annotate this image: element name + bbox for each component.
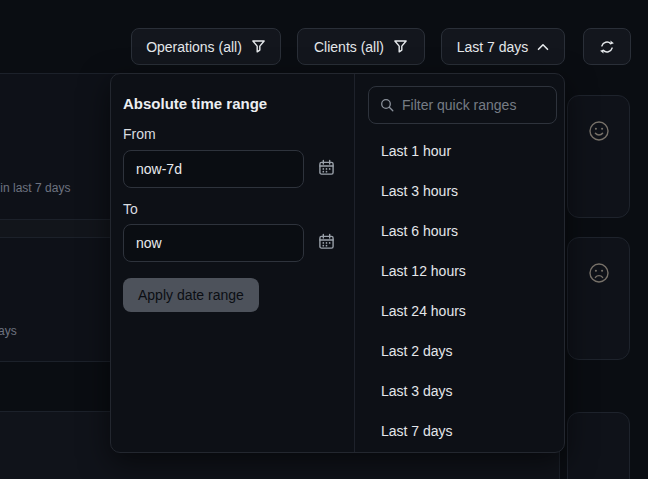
to-label: To [123,201,138,217]
funnel-icon [251,39,266,54]
from-label: From [123,126,156,142]
background-stat-text: ations in last 7 days [0,181,70,195]
apply-date-range-button[interactable]: Apply date range [123,278,259,312]
background-card [567,412,630,479]
from-calendar-button[interactable] [316,159,336,179]
smiley-face-icon [588,120,610,142]
clients-filter-label: Clients (all) [314,39,384,55]
refresh-button[interactable] [583,28,631,65]
quick-range-list: Last 1 hour Last 3 hours Last 6 hours La… [355,131,565,451]
quick-range-filter-input[interactable] [402,97,545,113]
time-range-picker-button[interactable]: Last 7 days [441,28,565,65]
frown-face-icon [588,262,610,284]
quick-range-search[interactable] [368,86,557,124]
funnel-icon [393,39,408,54]
time-range-label: Last 7 days [457,39,529,55]
quick-range-option[interactable]: Last 24 hours [355,291,565,331]
refresh-icon [599,39,615,55]
search-icon [380,98,394,112]
quick-range-option[interactable]: Last 12 hours [355,251,565,291]
quick-range-option[interactable]: Last 2 days [355,331,565,371]
operations-filter-button[interactable]: Operations (all) [131,28,281,65]
operations-filter-label: Operations (all) [146,39,242,55]
calendar-icon [318,159,335,176]
to-input[interactable] [123,224,304,262]
background-stat-text: ays [0,324,17,338]
from-input[interactable] [123,150,304,188]
chevron-up-icon [537,43,549,51]
quick-range-option[interactable]: Last 1 hour [355,131,565,171]
calendar-icon [318,233,335,250]
clients-filter-button[interactable]: Clients (all) [297,28,425,65]
absolute-time-range-title: Absolute time range [123,95,267,112]
background-happy-card [567,95,630,218]
to-calendar-button[interactable] [316,233,336,253]
background-sad-card [567,237,630,360]
quick-range-option[interactable]: Last 6 hours [355,211,565,251]
time-range-picker-panel: Absolute time range From To Apply date r… [110,73,565,453]
quick-range-option[interactable]: Last 3 days [355,371,565,411]
quick-range-option[interactable]: Last 3 hours [355,171,565,211]
quick-range-option[interactable]: Last 7 days [355,411,565,451]
